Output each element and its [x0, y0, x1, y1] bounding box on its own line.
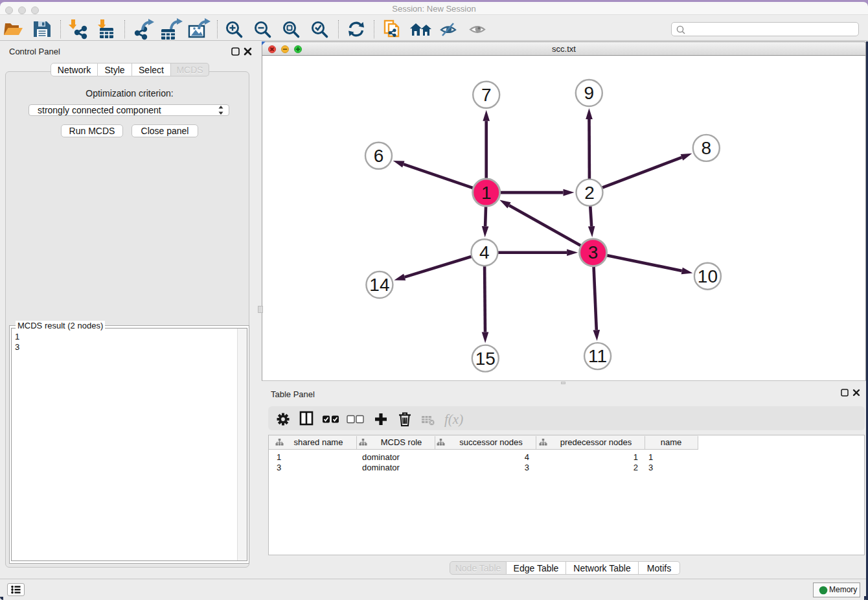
- svg-text:7: 7: [481, 85, 492, 105]
- svg-text:3: 3: [588, 242, 599, 262]
- svg-text:8: 8: [702, 138, 712, 158]
- svg-text:2: 2: [584, 183, 595, 203]
- svg-text:6: 6: [374, 146, 384, 166]
- svg-text:4: 4: [479, 242, 490, 262]
- svg-text:10: 10: [698, 266, 718, 286]
- svg-text:1: 1: [481, 183, 492, 203]
- svg-text:15: 15: [475, 349, 496, 369]
- svg-text:14: 14: [369, 275, 389, 295]
- svg-text:11: 11: [588, 346, 607, 366]
- svg-text:f(x): f(x): [444, 411, 463, 427]
- svg-text:9: 9: [584, 83, 595, 103]
